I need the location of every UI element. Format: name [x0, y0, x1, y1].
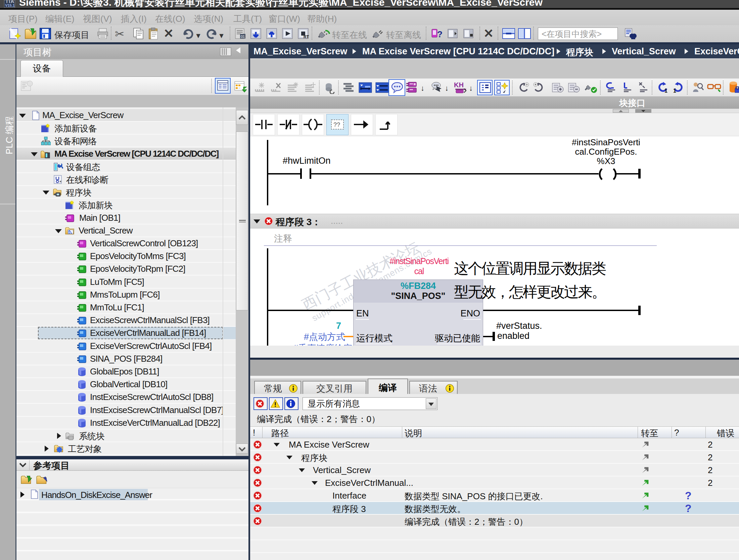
svg-text:?: ?	[437, 29, 443, 39]
svg-text:KH: KH	[454, 81, 464, 89]
svg-text:??: ??	[333, 121, 340, 128]
svg-text:RT: RT	[304, 35, 309, 39]
svg-text:1: 1	[664, 88, 667, 94]
svg-text:01: 01	[241, 35, 245, 39]
svg-text:1: 1	[673, 88, 676, 94]
